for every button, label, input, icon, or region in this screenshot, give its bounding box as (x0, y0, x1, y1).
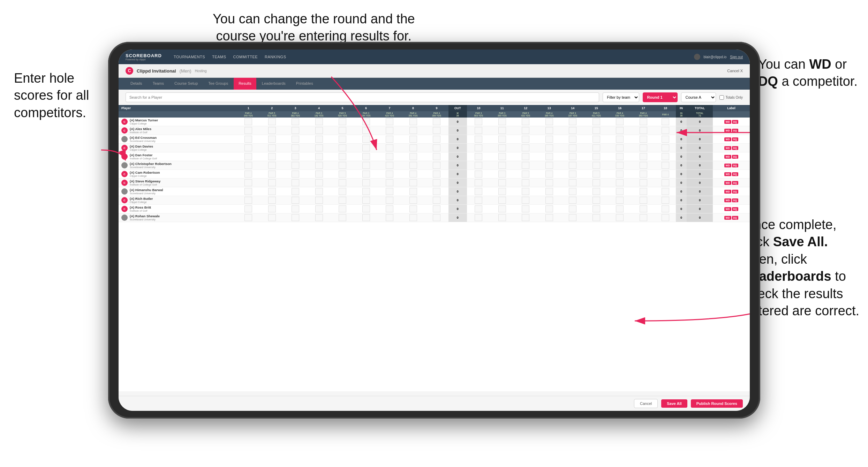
score-input-hole-14[interactable] (569, 214, 576, 221)
score-hole-1[interactable] (236, 170, 260, 179)
score-input-hole-10[interactable] (475, 205, 482, 212)
score-input-hole-6[interactable] (362, 153, 370, 160)
score-hole-15[interactable] (584, 213, 608, 222)
dq-button[interactable]: DQ (732, 129, 739, 133)
tab-teams[interactable]: Teams (148, 78, 169, 90)
score-input-hole-6[interactable] (362, 171, 370, 178)
score-input-hole-6[interactable] (362, 144, 370, 151)
score-hole-4[interactable] (307, 205, 331, 213)
score-input-hole-3[interactable] (292, 144, 299, 151)
save-all-button[interactable]: Save All (661, 399, 687, 408)
score-hole-12[interactable] (514, 118, 537, 126)
score-input-hole-16[interactable] (616, 127, 624, 134)
score-hole-8[interactable] (401, 161, 425, 170)
score-input-hole-17[interactable] (640, 118, 647, 125)
score-hole-18[interactable] (655, 179, 676, 187)
score-hole-9[interactable] (425, 126, 448, 135)
nav-tournaments[interactable]: TOURNAMENTS (174, 55, 205, 59)
score-input-hole-10[interactable] (475, 214, 482, 221)
score-input-hole-1[interactable] (244, 214, 252, 221)
score-hole-13[interactable] (537, 161, 561, 170)
score-input-hole-11[interactable] (498, 188, 506, 195)
score-input-hole-16[interactable] (616, 188, 624, 195)
dq-button[interactable]: DQ (732, 181, 739, 185)
score-hole-15[interactable] (584, 196, 608, 205)
score-hole-7[interactable] (378, 205, 401, 213)
score-hole-13[interactable] (537, 205, 561, 213)
score-input-hole-17[interactable] (640, 153, 647, 160)
score-input-hole-2[interactable] (268, 205, 276, 212)
score-input-hole-10[interactable] (475, 127, 482, 134)
score-input-hole-8[interactable] (409, 136, 417, 143)
score-input-hole-16[interactable] (616, 162, 624, 169)
score-hole-13[interactable] (537, 187, 561, 196)
score-input-hole-4[interactable] (315, 118, 323, 125)
score-input-hole-5[interactable] (339, 205, 346, 212)
score-input-hole-16[interactable] (616, 144, 624, 151)
score-input-hole-9[interactable] (433, 188, 440, 195)
nav-rankings[interactable]: RANKINGS (265, 55, 286, 59)
score-hole-10[interactable] (467, 135, 490, 144)
score-hole-1[interactable] (236, 161, 260, 170)
score-hole-6[interactable] (354, 161, 378, 170)
score-hole-15[interactable] (584, 205, 608, 213)
score-input-hole-7[interactable] (386, 144, 393, 151)
score-input-hole-2[interactable] (268, 214, 276, 221)
score-input-hole-7[interactable] (386, 153, 393, 160)
score-hole-15[interactable] (584, 144, 608, 152)
score-hole-5[interactable] (331, 179, 354, 187)
wd-button[interactable]: WD (724, 190, 731, 194)
score-hole-7[interactable] (378, 126, 401, 135)
score-hole-6[interactable] (354, 213, 378, 222)
score-input-hole-4[interactable] (315, 144, 323, 151)
score-input-hole-17[interactable] (640, 188, 647, 195)
score-input-hole-5[interactable] (339, 127, 346, 134)
score-hole-13[interactable] (537, 152, 561, 161)
score-input-hole-4[interactable] (315, 214, 323, 221)
score-input-hole-7[interactable] (386, 118, 393, 125)
score-hole-2[interactable] (260, 205, 284, 213)
score-input-hole-8[interactable] (409, 144, 417, 151)
score-input-hole-8[interactable] (409, 127, 417, 134)
dq-button[interactable]: DQ (732, 155, 739, 159)
wd-button[interactable]: WD (724, 129, 731, 133)
score-hole-15[interactable] (584, 161, 608, 170)
tab-tee-groups[interactable]: Tee Groups (203, 78, 233, 90)
score-hole-10[interactable] (467, 126, 490, 135)
score-input-hole-12[interactable] (522, 127, 529, 134)
score-input-hole-13[interactable] (545, 118, 553, 125)
score-input-hole-14[interactable] (569, 153, 576, 160)
score-hole-4[interactable] (307, 144, 331, 152)
score-input-hole-15[interactable] (592, 214, 600, 221)
score-input-hole-12[interactable] (522, 179, 529, 186)
score-hole-2[interactable] (260, 144, 284, 152)
score-input-hole-3[interactable] (292, 127, 299, 134)
score-input-hole-8[interactable] (409, 153, 417, 160)
score-hole-1[interactable] (236, 205, 260, 213)
score-hole-6[interactable] (354, 170, 378, 179)
score-hole-1[interactable] (236, 179, 260, 187)
score-hole-2[interactable] (260, 126, 284, 135)
score-hole-17[interactable] (632, 213, 655, 222)
score-hole-8[interactable] (401, 179, 425, 187)
score-hole-14[interactable] (561, 135, 584, 144)
score-hole-6[interactable] (354, 152, 378, 161)
score-input-hole-5[interactable] (339, 179, 346, 186)
score-input-hole-1[interactable] (244, 144, 252, 151)
score-hole-16[interactable] (608, 135, 632, 144)
score-hole-11[interactable] (490, 179, 514, 187)
score-hole-18[interactable] (655, 152, 676, 161)
score-input-hole-12[interactable] (522, 162, 529, 169)
score-input-hole-4[interactable] (315, 188, 323, 195)
score-hole-17[interactable] (632, 196, 655, 205)
score-input-hole-1[interactable] (244, 197, 252, 204)
dq-button[interactable]: DQ (732, 172, 739, 176)
score-hole-4[interactable] (307, 196, 331, 205)
score-hole-4[interactable] (307, 179, 331, 187)
score-input-hole-2[interactable] (268, 162, 276, 169)
score-input-hole-17[interactable] (640, 179, 647, 186)
score-input-hole-3[interactable] (292, 153, 299, 160)
score-hole-16[interactable] (608, 187, 632, 196)
score-input-hole-6[interactable] (362, 118, 370, 125)
wd-button[interactable]: WD (724, 198, 731, 202)
